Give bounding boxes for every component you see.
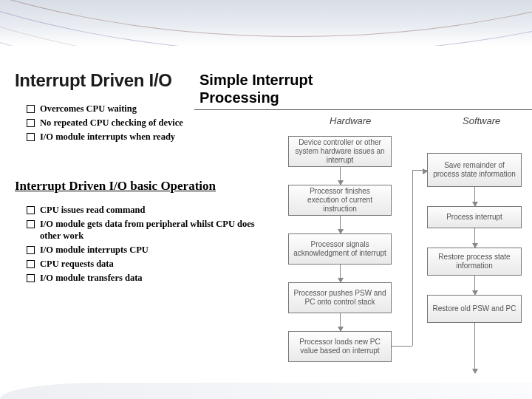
diagram-title: Simple Interrupt Processing [200, 71, 313, 106]
hw-box-3: Processor signals acknowledgment of inte… [288, 233, 392, 265]
footer-decoration [0, 383, 532, 399]
sw-box-3: Restore process state information [427, 248, 522, 276]
list-item: I/O module gets data from peripheral whi… [27, 218, 273, 243]
arrow-icon [340, 216, 341, 233]
hw-box-5: Processor loads new PC value based on in… [288, 331, 392, 362]
arrow-icon [474, 276, 475, 295]
arrow-icon [340, 265, 341, 282]
section-subtitle: Interrupt Driven I/O basic Operation [15, 179, 273, 194]
header-band [0, 0, 532, 46]
list-item: I/O module transfers data [27, 272, 273, 284]
connector-arrow-icon [412, 170, 427, 171]
sw-box-1: Save remainder of process state informat… [427, 153, 522, 187]
arc-decoration [0, 0, 532, 46]
connector-line [392, 346, 412, 347]
bottom-bullet-list: CPU issues read command I/O module gets … [15, 204, 273, 284]
list-item: I/O module interrupts when ready [27, 131, 273, 143]
arrow-icon [474, 323, 475, 373]
arrow-icon [340, 167, 341, 185]
list-item: CPU requests data [27, 258, 273, 270]
hw-box-2: Processor finishes execution of current … [288, 185, 392, 216]
hw-box-1: Device controller or other system hardwa… [288, 136, 392, 167]
diagram-divider [194, 109, 532, 110]
list-item: No repeated CPU checking of device [27, 117, 273, 129]
arrow-icon [340, 313, 341, 331]
software-column-label: Software [463, 115, 500, 126]
hardware-column-label: Hardware [330, 115, 371, 126]
connector-line [412, 170, 413, 346]
flow-diagram: Simple Interrupt Processing Hardware Sof… [279, 68, 527, 392]
sw-box-2: Process interrupt [427, 206, 522, 228]
arrow-icon [474, 187, 475, 206]
list-item: I/O module interrupts CPU [27, 244, 273, 256]
list-item: CPU issues read command [27, 204, 273, 216]
arrow-icon [474, 228, 475, 248]
sw-box-4: Restore old PSW and PC [427, 295, 522, 323]
hw-box-4: Processor pushes PSW and PC onto control… [288, 282, 392, 313]
